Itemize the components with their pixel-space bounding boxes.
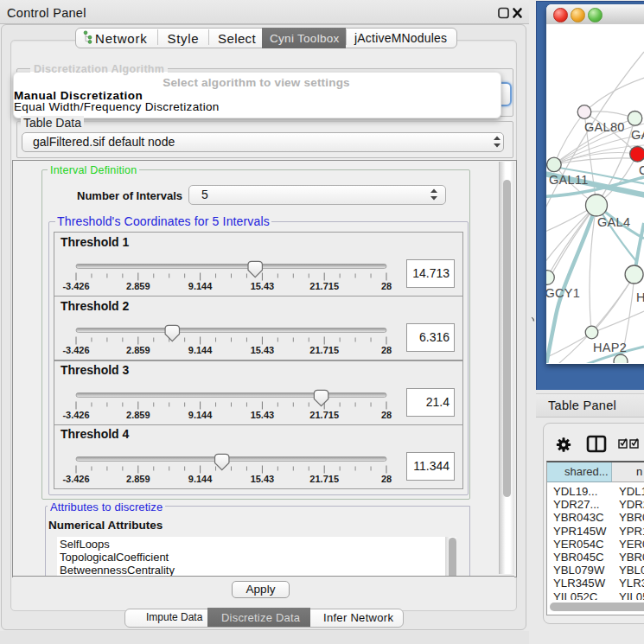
svg-text:C: C — [639, 163, 644, 177]
svg-text:28: 28 — [381, 474, 392, 484]
svg-text:15.43: 15.43 — [251, 410, 275, 420]
svg-text:2.859: 2.859 — [126, 345, 150, 355]
svg-text:HAP2: HAP2 — [593, 341, 627, 354]
svg-text:-3.426: -3.426 — [62, 474, 89, 484]
svg-text:GCY1: GCY1 — [546, 286, 580, 300]
svg-text:21.715: 21.715 — [309, 410, 339, 420]
svg-text:GA: GA — [631, 128, 644, 142]
svg-text:15.43: 15.43 — [251, 345, 275, 355]
svg-text:9.144: 9.144 — [188, 474, 213, 484]
svg-text:2.859: 2.859 — [126, 410, 150, 420]
svg-text:-3.426: -3.426 — [62, 281, 89, 291]
svg-text:28: 28 — [381, 410, 392, 420]
svg-text:2.859: 2.859 — [126, 474, 150, 484]
svg-text:28: 28 — [381, 345, 392, 355]
svg-text:GAL4: GAL4 — [597, 215, 630, 229]
svg-text:15.43: 15.43 — [251, 474, 275, 484]
svg-text:28: 28 — [381, 281, 392, 291]
svg-text:9.144: 9.144 — [188, 410, 213, 420]
svg-text:21.715: 21.715 — [309, 474, 339, 484]
svg-text:H: H — [636, 290, 644, 304]
svg-text:-3.426: -3.426 — [62, 410, 89, 420]
svg-text:15.43: 15.43 — [251, 281, 275, 291]
svg-text:-3.426: -3.426 — [62, 345, 89, 355]
svg-text:2.859: 2.859 — [126, 281, 150, 291]
svg-text:GAL80: GAL80 — [584, 120, 625, 134]
svg-text:21.715: 21.715 — [309, 345, 339, 355]
svg-text:GAL11: GAL11 — [549, 173, 589, 187]
svg-text:9.144: 9.144 — [188, 345, 213, 355]
svg-text:9.144: 9.144 — [188, 281, 213, 291]
svg-text:21.715: 21.715 — [309, 281, 339, 291]
